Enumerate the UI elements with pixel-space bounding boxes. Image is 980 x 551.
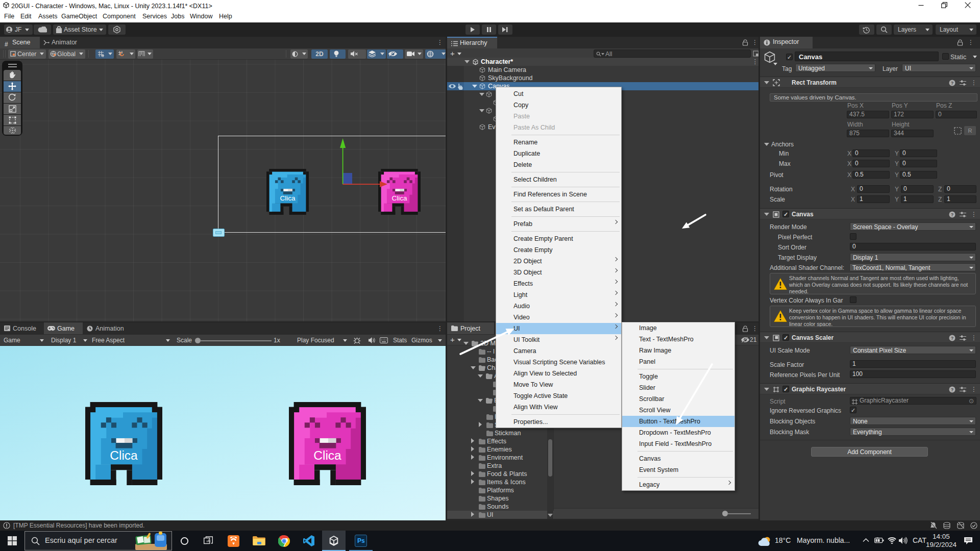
svg-text:Clica: Clica bbox=[280, 194, 296, 202]
svg-text:?: ? bbox=[951, 336, 954, 341]
svg-text:Clica: Clica bbox=[392, 194, 407, 202]
svg-text:?: ? bbox=[951, 387, 954, 392]
svg-text:Clica: Clica bbox=[110, 448, 138, 462]
svg-text:?: ? bbox=[951, 81, 954, 86]
svg-text:Clica: Clica bbox=[313, 448, 341, 462]
svg-text:?: ? bbox=[951, 212, 954, 217]
